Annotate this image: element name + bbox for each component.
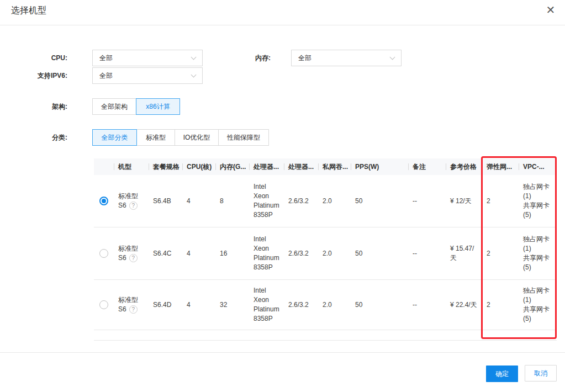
col-header-vpc: VPC-... — [519, 158, 556, 175]
category-option-all[interactable]: 全部分类 — [92, 129, 137, 146]
cell-bandwidth: 2.0 — [318, 245, 351, 263]
chevron-down-icon — [191, 72, 197, 78]
cell-processor: Intel Xeon Platinum 8358P — [249, 230, 284, 277]
col-header-radio — [94, 158, 114, 175]
table-row[interactable]: 标准型 S6? S6.4D 4 32 Intel Xeon Platinum 8… — [94, 280, 557, 330]
cell-processor: Intel Xeon Platinum 8358P — [249, 282, 284, 328]
cell-memory: 8 — [215, 192, 249, 210]
table-row[interactable]: 标准型 S6? S6.4C 4 16 Intel Xeon Platinum 8… — [94, 227, 557, 280]
help-icon[interactable]: ? — [129, 254, 138, 262]
chevron-down-icon — [191, 55, 197, 60]
cell-model: 标准型 S6? — [114, 187, 149, 215]
select-instance-type-dialog: 选择机型 ✕ CPU: 全部 内存: 全部 支持IPV6: 全部 架构: 全部架… — [0, 0, 565, 392]
confirm-button[interactable]: 确定 — [486, 365, 518, 382]
category-segmented-control: 全部分类 标准型 IO优化型 性能保障型 — [92, 129, 269, 146]
table-header-row: 机型 套餐规格 CPU(核) 内存(G... 处理器... 处理器... 私网吞… — [94, 158, 557, 175]
cpu-filter-select[interactable]: 全部 — [92, 50, 203, 66]
memory-filter-select[interactable]: 全部 — [291, 50, 402, 66]
cpu-filter-value: 全部 — [99, 54, 113, 63]
cell-remark: -- — [408, 296, 446, 314]
cell-memory: 32 — [215, 296, 249, 314]
row-radio[interactable] — [99, 197, 108, 205]
cell-spec: S6.4D — [149, 296, 182, 314]
cell-bandwidth: 2.0 — [318, 192, 351, 210]
help-icon[interactable]: ? — [129, 305, 138, 314]
close-icon[interactable]: ✕ — [543, 3, 558, 17]
col-header-processor: 处理器... — [249, 158, 284, 175]
col-header-eni: 弹性网... — [482, 158, 519, 175]
col-header-spec: 套餐规格 — [149, 158, 182, 175]
cell-eni: 2 — [482, 192, 519, 210]
chevron-down-icon — [390, 55, 395, 60]
cell-cpu: 4 — [182, 192, 215, 210]
col-header-cpu: CPU(核) — [182, 158, 215, 175]
col-header-price: 参考价格 — [446, 158, 482, 175]
cell-price: ¥ 12/天 — [446, 192, 482, 210]
category-filter-label: 分类: — [11, 129, 67, 146]
col-header-model: 机型 — [114, 158, 149, 175]
dialog-title: 选择机型 — [11, 5, 46, 17]
memory-filter-value: 全部 — [298, 54, 311, 63]
cell-pps: 50 — [351, 192, 408, 210]
cell-model: 标准型 S6? — [114, 291, 149, 319]
category-option-io[interactable]: IO优化型 — [175, 129, 219, 146]
arch-option-all[interactable]: 全部架构 — [92, 98, 136, 115]
cell-pps: 50 — [351, 296, 408, 314]
cell-remark: -- — [408, 192, 446, 210]
help-icon[interactable]: ? — [129, 202, 138, 210]
instance-table: 机型 套餐规格 CPU(核) 内存(G... 处理器... 处理器... 私网吞… — [94, 158, 557, 341]
row-radio[interactable] — [99, 249, 108, 258]
category-option-standard[interactable]: 标准型 — [136, 129, 175, 146]
cell-freq: 2.6/3.2 — [284, 192, 318, 210]
cell-spec: S6.4B — [149, 192, 182, 210]
cell-cpu: 4 — [182, 245, 215, 263]
cell-price: ¥ 22.4/天 — [446, 296, 482, 314]
cell-vpc: 独占网卡(1) 共享网卡(5) — [519, 178, 556, 224]
ipv6-filter-value: 全部 — [99, 71, 113, 81]
ipv6-filter-label: 支持IPV6: — [11, 67, 67, 84]
cell-freq: 2.6/3.2 — [284, 296, 318, 314]
cpu-filter-label: CPU: — [11, 50, 67, 66]
category-option-performance[interactable]: 性能保障型 — [218, 129, 269, 146]
cell-price: ¥ 15.47/天 — [446, 240, 482, 267]
cell-memory: 16 — [215, 245, 249, 263]
table-row[interactable]: 标准型 S6? S6.4B 4 8 Intel Xeon Platinum 83… — [94, 175, 557, 227]
cell-spec: S6.4C — [149, 245, 182, 263]
cell-vpc: 独占网卡(1) 共享网卡(5) — [519, 230, 556, 277]
row-radio[interactable] — [99, 300, 108, 309]
table-bottom-strip — [94, 330, 557, 341]
cell-vpc: 独占网卡(1) 共享网卡(5) — [519, 282, 556, 328]
footer-divider — [0, 352, 565, 353]
arch-filter-label: 架构: — [11, 98, 67, 115]
col-header-memory: 内存(G... — [215, 158, 249, 175]
cell-eni: 2 — [482, 245, 519, 263]
cell-bandwidth: 2.0 — [318, 296, 351, 314]
cell-processor: Intel Xeon Platinum 8358P — [249, 178, 284, 224]
cell-cpu: 4 — [182, 296, 215, 314]
cancel-button[interactable]: 取消 — [525, 365, 557, 382]
cell-model: 标准型 S6? — [114, 240, 149, 267]
cell-eni: 2 — [482, 296, 519, 314]
col-header-pps: PPS(W) — [351, 158, 408, 175]
col-header-remark: 备注 — [408, 158, 446, 175]
cell-remark: -- — [408, 245, 446, 263]
arch-segmented-control: 全部架构 x86计算 — [92, 98, 180, 115]
col-header-freq: 处理器... — [284, 158, 318, 175]
memory-filter-label: 内存: — [214, 50, 271, 66]
cell-freq: 2.6/3.2 — [284, 245, 318, 263]
header-divider — [0, 25, 565, 25]
ipv6-filter-select[interactable]: 全部 — [92, 67, 203, 84]
col-header-bandwidth: 私网吞... — [318, 158, 351, 175]
cell-pps: 50 — [351, 245, 408, 263]
arch-option-x86[interactable]: x86计算 — [136, 98, 180, 115]
